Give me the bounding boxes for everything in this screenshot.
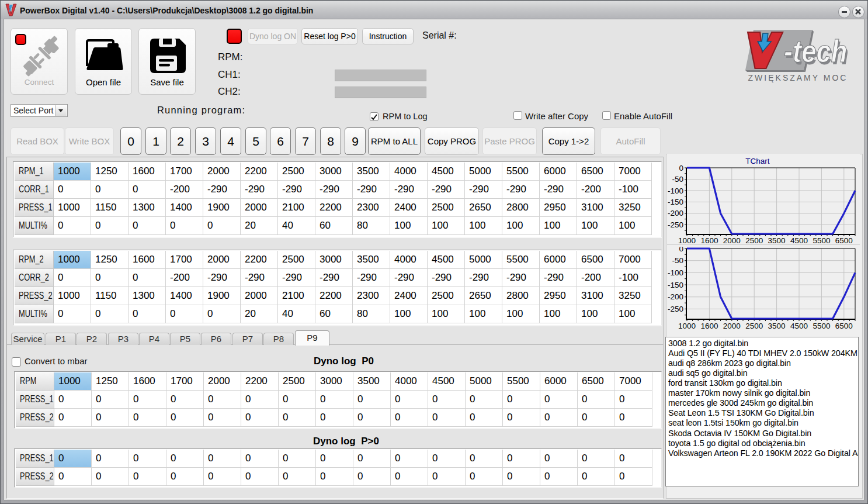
svg-text:-100: -100 — [668, 268, 683, 277]
svg-text:0: 0 — [679, 164, 683, 172]
svg-text:3500: 3500 — [768, 236, 786, 245]
svg-text:2000: 2000 — [723, 236, 741, 245]
svg-text:2500: 2500 — [745, 322, 763, 330]
svg-text:ZWIĘKSZAMY MOC: ZWIĘKSZAMY MOC — [748, 73, 848, 82]
svg-text:4500: 4500 — [790, 236, 808, 245]
svg-text:2000: 2000 — [723, 322, 741, 330]
svg-text:1000: 1000 — [678, 322, 696, 330]
svg-text:1000: 1000 — [678, 236, 696, 245]
svg-text:-50: -50 — [672, 256, 683, 265]
svg-text:1600: 1600 — [700, 322, 718, 330]
svg-text:-50: -50 — [672, 175, 683, 184]
svg-text:-150: -150 — [668, 198, 683, 206]
svg-text:TChart: TChart — [745, 157, 770, 165]
svg-text:1600: 1600 — [700, 236, 718, 245]
svg-text:-250: -250 — [668, 305, 683, 313]
svg-text:-100: -100 — [668, 187, 683, 195]
svg-text:5500: 5500 — [813, 322, 830, 330]
svg-text:2500: 2500 — [745, 236, 763, 245]
svg-text:6500: 6500 — [835, 322, 853, 330]
svg-text:5500: 5500 — [813, 236, 830, 245]
svg-text:-tech: -tech — [784, 33, 847, 69]
svg-text:-150: -150 — [668, 281, 683, 289]
svg-text:3500: 3500 — [768, 322, 786, 330]
svg-text:-200: -200 — [668, 292, 683, 301]
svg-text:4500: 4500 — [790, 322, 808, 330]
svg-text:-200: -200 — [668, 209, 683, 218]
svg-text:-250: -250 — [668, 220, 683, 229]
svg-text:6500: 6500 — [835, 236, 853, 245]
